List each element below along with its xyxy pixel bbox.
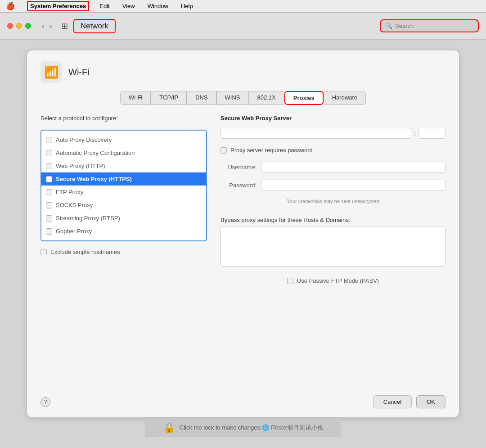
lock-icon: 🔒 (163, 422, 175, 434)
tab-tcpip[interactable]: TCP/IP (151, 91, 187, 105)
tab-wifi[interactable]: Wi-Fi (120, 91, 151, 105)
cancel-button[interactable]: Cancel (373, 395, 412, 408)
toolbar: ‹ › ⊞ Network 🔍 (0, 13, 486, 40)
bypass-textarea[interactable] (220, 226, 446, 267)
traffic-lights (7, 23, 31, 29)
bypass-label: Bypass proxy settings for these Hosts & … (220, 217, 446, 223)
protocol-streaming[interactable]: Streaming Proxy (RTSP) (41, 212, 206, 225)
port-input[interactable] (418, 128, 446, 139)
tab-8021x[interactable]: 802.1X (249, 91, 284, 105)
protocol-socks[interactable]: SOCKS Proxy (41, 199, 206, 212)
lock-text: Click the lock to make changes. (180, 424, 262, 431)
auto-discovery-label: Auto Proxy Discovery (56, 136, 112, 143)
close-button[interactable] (7, 23, 13, 29)
username-input[interactable] (261, 162, 446, 172)
exclude-row: Exclude simple hostnames (40, 249, 207, 255)
nav-arrows: ‹ › (40, 21, 54, 31)
exclude-label: Exclude simple hostnames (50, 249, 120, 255)
web-http-checkbox[interactable] (46, 163, 52, 169)
wifi-header: 📶 Wi-Fi (40, 61, 446, 83)
password-input[interactable] (261, 180, 446, 190)
server-input[interactable] (220, 128, 411, 139)
forward-button[interactable]: › (48, 21, 54, 31)
passive-ftp-checkbox[interactable] (287, 278, 293, 284)
requires-password-checkbox[interactable] (220, 147, 227, 154)
tab-hardware[interactable]: Hardware (324, 91, 366, 105)
protocol-auto-config[interactable]: Automatic Proxy Configuration (41, 146, 206, 159)
auto-config-label: Automatic Proxy Configuration (56, 149, 135, 156)
port-separator: : (414, 130, 416, 137)
protocol-secure-https[interactable]: Secure Web Proxy (HTTPS) (41, 172, 206, 186)
tab-proxies[interactable]: Proxies (284, 91, 324, 105)
password-row-field: Password: (220, 180, 446, 190)
passive-ftp-label: Use Passive FTP Mode (PASV) (297, 277, 379, 284)
bypass-section: Bypass proxy settings for these Hosts & … (220, 217, 446, 268)
main-area: 📶 Wi-Fi Wi-Fi TCP/IP DNS WINS 802.1X Pro… (0, 40, 486, 448)
tabs: Wi-Fi TCP/IP DNS WINS 802.1X Proxies Har… (40, 91, 446, 105)
search-box[interactable]: 🔍 (380, 19, 479, 32)
search-icon: 🔍 (385, 23, 392, 29)
protocol-ftp[interactable]: FTP Proxy (41, 186, 206, 199)
username-row: Username: (220, 162, 446, 172)
server-row: : (220, 128, 446, 139)
secure-https-label: Secure Web Proxy (HTTPS) (56, 176, 132, 182)
apple-menu[interactable]: 🍎 (4, 1, 17, 11)
ok-button[interactable]: OK (416, 395, 446, 408)
protocol-web-http[interactable]: Web Proxy (HTTP) (41, 159, 206, 172)
protocol-list: Auto Proxy Discovery Automatic Proxy Con… (40, 130, 207, 241)
socks-checkbox[interactable] (46, 202, 52, 208)
socks-label: SOCKS Proxy (56, 202, 93, 208)
ftp-checkbox[interactable] (46, 189, 52, 195)
bottom-bar: ? Cancel OK (40, 391, 446, 408)
watermark: 🌐 ITester软件测试小栈 (262, 424, 324, 432)
system-preferences-menu[interactable]: System Preferences (27, 1, 89, 11)
lock-area: 🔒 Click the lock to make changes. (163, 422, 262, 434)
password-label: Password: (220, 182, 256, 189)
secure-https-checkbox[interactable] (46, 176, 52, 182)
edit-menu[interactable]: Edit (97, 2, 112, 10)
menu-bar: 🍎 System Preferences Edit View Window He… (0, 0, 486, 13)
window-menu[interactable]: Window (145, 2, 171, 10)
requires-password-label: Proxy server requires password (230, 147, 313, 154)
wifi-icon-box: 📶 (40, 61, 62, 83)
left-panel: Select a protocol to configure: Auto Pro… (40, 115, 207, 384)
back-button[interactable]: ‹ (40, 21, 46, 31)
web-http-label: Web Proxy (HTTP) (56, 163, 105, 169)
credentials-note: Your credentials may be sent unencrypted (220, 199, 446, 204)
gopher-label: Gopher Proxy (56, 228, 92, 235)
protocol-gopher[interactable]: Gopher Proxy (41, 225, 206, 238)
panel: 📶 Wi-Fi Wi-Fi TCP/IP DNS WINS 802.1X Pro… (27, 50, 459, 417)
streaming-checkbox[interactable] (46, 215, 52, 222)
protocol-section-label: Select a protocol to configure: (40, 115, 207, 122)
fullscreen-button[interactable] (25, 23, 31, 29)
toolbar-title: Network (73, 19, 116, 33)
password-row: Proxy server requires password (220, 147, 446, 154)
streaming-label: Streaming Proxy (RTSP) (56, 215, 120, 222)
gopher-checkbox[interactable] (46, 228, 52, 235)
protocol-auto-discovery[interactable]: Auto Proxy Discovery (41, 133, 206, 146)
auto-discovery-checkbox[interactable] (46, 137, 52, 143)
search-input[interactable] (395, 23, 473, 29)
username-label: Username: (220, 164, 256, 171)
view-menu[interactable]: View (120, 2, 137, 10)
grid-icon[interactable]: ⊞ (61, 21, 68, 31)
footer: 🔒 Click the lock to make changes. 🌐 ITes… (145, 417, 341, 437)
exclude-checkbox[interactable] (40, 249, 47, 255)
help-button[interactable]: ? (40, 397, 50, 407)
auto-config-checkbox[interactable] (46, 150, 52, 156)
minimize-button[interactable] (16, 23, 22, 29)
ftp-label: FTP Proxy (56, 189, 83, 195)
action-buttons: Cancel OK (373, 395, 446, 408)
help-menu[interactable]: Help (179, 2, 195, 10)
tab-dns[interactable]: DNS (187, 91, 216, 105)
content: Select a protocol to configure: Auto Pro… (40, 115, 446, 384)
passive-ftp-row: Use Passive FTP Mode (PASV) (220, 277, 446, 284)
right-panel: Secure Web Proxy Server : Proxy server r… (220, 115, 446, 384)
wifi-label: Wi-Fi (68, 67, 90, 77)
tab-wins[interactable]: WINS (216, 91, 249, 105)
right-panel-title: Secure Web Proxy Server (220, 115, 446, 122)
wifi-icon: 📶 (44, 65, 58, 79)
